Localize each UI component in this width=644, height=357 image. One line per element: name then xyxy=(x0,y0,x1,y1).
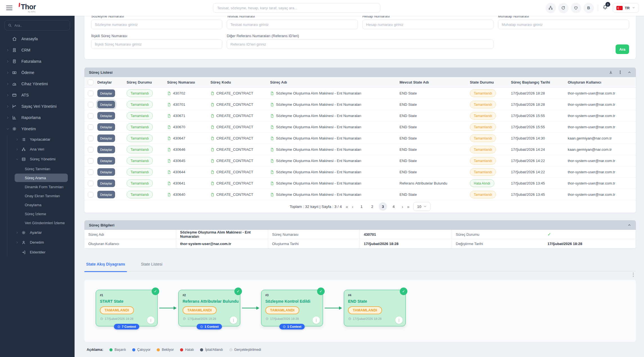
muhatap-numarasi-input[interactable] xyxy=(498,20,629,29)
iliskili-surec-numarasi-input[interactable] xyxy=(91,39,222,49)
sidebar-item-ats[interactable]: ATS xyxy=(0,89,75,101)
process-number[interactable]: 430641 xyxy=(173,181,185,185)
next-page-button[interactable]: › xyxy=(402,204,403,209)
process-name[interactable]: Sözleşme Oluşturma Alım Makinesi - Ent N… xyxy=(276,147,361,152)
details-button[interactable]: Detaylar xyxy=(97,112,115,120)
diagram-kebab-menu-icon[interactable]: ⋮ xyxy=(631,272,636,278)
details-button[interactable]: Detaylar xyxy=(97,179,115,187)
context-badge[interactable]: 1 Context xyxy=(279,324,305,329)
context-badge[interactable]: 7 Context xyxy=(114,324,139,329)
sidebar-item-faturalama[interactable]: Faturalama xyxy=(0,56,75,67)
sidebar-item-veri-gonderimleri-izleme[interactable]: Veri Gönderimleri İzleme xyxy=(15,219,68,227)
collapse-chevron-up-icon[interactable] xyxy=(627,223,631,227)
sidebar-item-denetim[interactable]: Denetim xyxy=(0,237,75,247)
hesap-numarasi-input[interactable] xyxy=(362,20,493,29)
process-name[interactable]: Sözleşme Oluşturma Alım Makinesi - Ent N… xyxy=(276,170,361,174)
state-kebab-menu-icon[interactable]: ⋮ xyxy=(313,316,320,324)
process-number[interactable]: 430645 xyxy=(173,159,185,163)
row-checkbox[interactable] xyxy=(88,147,93,152)
process-code[interactable]: CREATE_CONTRACT xyxy=(216,159,253,163)
process-number[interactable]: 430647 xyxy=(173,136,185,140)
process-number[interactable]: 430701 xyxy=(173,102,185,107)
details-button[interactable]: Detaylar xyxy=(97,157,115,165)
details-button[interactable]: Detaylar xyxy=(97,101,115,108)
process-name[interactable]: Sözleşme Oluşturma Alım Makinesi - Ent N… xyxy=(276,181,361,185)
details-button[interactable]: Detaylar xyxy=(97,123,115,131)
process-number[interactable]: 430646 xyxy=(173,147,185,152)
page-size-select[interactable]: 10 xyxy=(413,202,430,211)
page-number-button[interactable]: 2 xyxy=(368,202,376,211)
tab[interactable]: State Listesi xyxy=(139,260,164,272)
row-checkbox[interactable] xyxy=(88,91,93,96)
prev-page-button[interactable]: ‹ xyxy=(352,204,353,209)
row-checkbox[interactable] xyxy=(88,136,93,141)
sidebar-item-ayarlar[interactable]: Ayarlar xyxy=(0,228,75,237)
last-page-button[interactable]: » xyxy=(407,204,409,209)
row-checkbox[interactable] xyxy=(88,124,93,130)
sidebar-item-crm[interactable]: CRM xyxy=(0,44,75,56)
process-code[interactable]: CREATE_CONTRACT xyxy=(216,102,253,107)
process-name[interactable]: Sözleşme Oluşturma Alım Makinesi - Ent N… xyxy=(276,125,361,129)
state-card[interactable]: #3 Sözleşme Kontrol Edildi TAMAMLANDI 17… xyxy=(261,290,323,326)
sidebar-item-cihaz-yonetimi[interactable]: Cihaz Yönetimi xyxy=(0,78,75,89)
process-code[interactable]: CREATE_CONTRACT xyxy=(216,125,253,129)
process-code[interactable]: CREATE_CONTRACT xyxy=(216,114,253,118)
sidebar-item-odeme[interactable]: Ödeme xyxy=(0,67,75,78)
sidebar-item-yapilacaklar[interactable]: Yapılacaklar xyxy=(0,134,75,144)
process-name[interactable]: Sözleşme Oluşturma Alım Makinesi - Ent N… xyxy=(276,102,361,107)
notifications-bell-icon[interactable]: 0 xyxy=(602,4,608,12)
process-code[interactable]: CREATE_CONTRACT xyxy=(216,170,253,174)
details-button[interactable]: Detaylar xyxy=(97,89,115,97)
process-number[interactable]: 430644 xyxy=(173,170,185,174)
details-button[interactable]: Detaylar xyxy=(97,146,115,153)
language-selector[interactable]: TR xyxy=(613,3,639,13)
state-card[interactable]: #2 Referans Attributelar Bulundu TAMAMLA… xyxy=(178,290,240,326)
row-checkbox[interactable] xyxy=(88,181,93,186)
hamburger-menu-icon[interactable] xyxy=(6,6,12,10)
sidebar-item-ana-veri[interactable]: Ana Veri xyxy=(0,144,75,154)
sidebar-item-raporlama[interactable]: Raporlama xyxy=(0,112,75,123)
first-page-button[interactable]: « xyxy=(346,204,348,209)
global-search-input[interactable] xyxy=(213,3,380,13)
state-card[interactable]: #1 START State TAMAMLANDI 17/Şubat/2026 … xyxy=(96,290,158,326)
state-card[interactable]: #4 END State TAMAMLANDI 17/Şubat/2026 18… xyxy=(344,290,406,326)
sidebar-search-input[interactable] xyxy=(14,23,67,28)
process-number[interactable]: 430671 xyxy=(173,114,185,118)
sidebar-item-surec-arama[interactable]: Süreç Arama xyxy=(15,174,68,182)
state-kebab-menu-icon[interactable]: ⋮ xyxy=(395,316,403,324)
details-button[interactable]: Detaylar xyxy=(97,191,115,198)
page-number-button[interactable]: 1 xyxy=(357,202,366,211)
sidebar-item-anasayfa[interactable]: Anasayfa xyxy=(0,33,75,44)
sidebar-item-surec-izleme[interactable]: Süreç İzleme xyxy=(15,210,68,218)
sitemap-icon[interactable] xyxy=(546,3,556,13)
sozlesme-numarasi-input[interactable] xyxy=(91,20,222,29)
process-number[interactable]: 430640 xyxy=(173,192,185,197)
sidebar-item-eklentiler[interactable]: Eklentiler xyxy=(0,247,75,257)
page-number-button[interactable]: 4 xyxy=(389,202,398,211)
collapse-chevron-up-icon[interactable] xyxy=(627,70,631,74)
process-name[interactable]: Sözleşme Oluşturma Alım Makinesi - Ent N… xyxy=(276,159,361,163)
sidebar-item-onaylama[interactable]: Onaylama xyxy=(15,201,68,209)
row-checkbox[interactable] xyxy=(88,102,93,107)
sidebar-item-sayac-veri-yonetimi[interactable]: Sayaç Veri Yönetimi xyxy=(0,101,75,112)
history-icon[interactable] xyxy=(558,3,569,13)
tab[interactable]: State Akış Diyagramı xyxy=(84,260,127,272)
user-avatar[interactable]: B xyxy=(584,3,594,13)
sidebar-item-surec-tanimlari[interactable]: Süreç Tanımları xyxy=(15,165,68,173)
state-kebab-menu-icon[interactable]: ⋮ xyxy=(147,316,154,324)
details-button[interactable]: Detaylar xyxy=(97,168,115,176)
tesisat-numarasi-input[interactable] xyxy=(227,20,358,29)
process-number[interactable]: 430702 xyxy=(173,91,185,95)
row-checkbox[interactable] xyxy=(88,169,93,175)
kebab-menu-icon[interactable]: ⋮ xyxy=(618,70,622,75)
process-code[interactable]: CREATE_CONTRACT xyxy=(216,147,253,152)
process-name[interactable]: Sözleşme Oluşturma Alım Makinesi - Ent N… xyxy=(276,114,361,118)
sidebar-item-onay-ekran-tanimlari[interactable]: Onay Ekran Tanımları xyxy=(15,192,68,200)
search-button[interactable]: Ara xyxy=(616,44,629,54)
process-name[interactable]: Sözleşme Oluşturma Alım Makinesi - Ent N… xyxy=(276,136,361,140)
sidebar-item-yonetim[interactable]: Yönetim xyxy=(0,123,75,134)
process-code[interactable]: CREATE_CONTRACT xyxy=(216,181,253,185)
download-icon[interactable] xyxy=(609,70,613,75)
select-all-checkbox[interactable] xyxy=(88,80,93,85)
process-code[interactable]: CREATE_CONTRACT xyxy=(216,192,253,197)
